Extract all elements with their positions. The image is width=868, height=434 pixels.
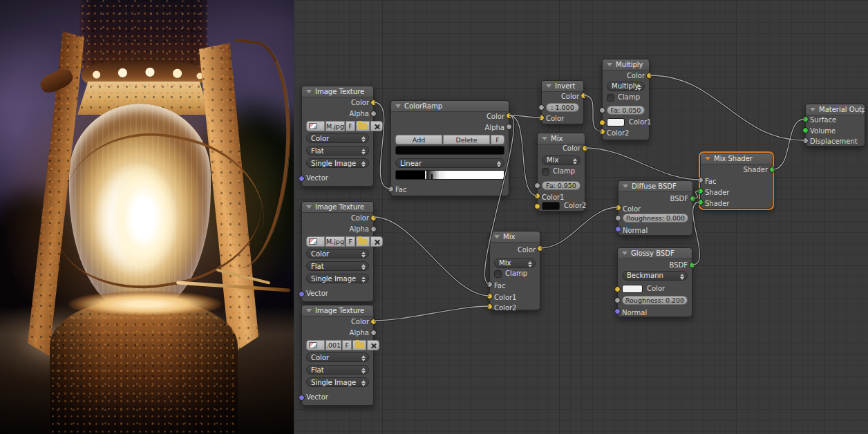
- input-socket-color[interactable]: [615, 205, 621, 211]
- input-socket-color[interactable]: [614, 286, 621, 292]
- node-diffuse-bsdf[interactable]: Diffuse BSDF BSDF Color Roughness: 0.000…: [618, 180, 693, 236]
- ramp-fake-user-button[interactable]: F: [491, 135, 504, 144]
- collapse-icon[interactable]: [607, 63, 612, 66]
- node-header[interactable]: Glossy BSDF: [618, 248, 692, 259]
- input-socket-surface[interactable]: [802, 116, 809, 122]
- collapse-icon[interactable]: [306, 205, 312, 209]
- collapse-icon[interactable]: [542, 137, 547, 140]
- node-image-texture-2[interactable]: Image Texture Color Alpha M.jpg F Color …: [301, 201, 374, 302]
- input-socket-color[interactable]: [538, 115, 545, 121]
- input-socket-color2[interactable]: [534, 203, 540, 209]
- image-name-field[interactable]: .001: [326, 340, 341, 350]
- ramp-add-button[interactable]: Add: [395, 135, 442, 144]
- input-socket-shader1[interactable]: [697, 188, 704, 194]
- node-header[interactable]: ColorRamp: [391, 101, 509, 112]
- node-image-texture-1[interactable]: Image Texture Color Alpha M.jpg F Color …: [301, 86, 374, 187]
- color-space-select[interactable]: Color: [306, 133, 369, 143]
- node-image-texture-3[interactable]: Image Texture Color Alpha .001 F Color F…: [301, 305, 374, 406]
- input-socket-color1[interactable]: [599, 120, 605, 126]
- collapse-icon[interactable]: [306, 90, 312, 93]
- open-image-button[interactable]: [356, 121, 370, 131]
- node-invert[interactable]: Invert Color : 1.000 Color: [541, 80, 584, 124]
- node-glossy-bsdf[interactable]: Glossy BSDF BSDF Beckmann Color Roughnes…: [617, 247, 692, 317]
- distribution-select[interactable]: Beckmann: [622, 271, 688, 281]
- projection-select[interactable]: Flat: [306, 261, 369, 271]
- ramp-stop-tick[interactable]: [431, 174, 433, 179]
- projection-select[interactable]: Flat: [306, 146, 369, 155]
- image-browse-button[interactable]: [306, 121, 325, 131]
- input-socket-normal[interactable]: [614, 308, 621, 314]
- node-mix-shader[interactable]: Mix Shader Shader Fac Shader Shader: [700, 153, 773, 209]
- unlink-image-button[interactable]: [370, 236, 383, 247]
- input-socket-roughness[interactable]: [615, 215, 621, 221]
- input-socket-fac[interactable]: [599, 107, 605, 113]
- fake-user-button[interactable]: F: [346, 121, 355, 131]
- output-socket-alpha[interactable]: [506, 124, 512, 130]
- ramp-stop-marker[interactable]: [425, 171, 426, 179]
- source-select[interactable]: Single Image: [306, 158, 369, 168]
- unlink-image-button[interactable]: [370, 121, 383, 131]
- input-socket-color1[interactable]: [534, 193, 540, 199]
- source-select[interactable]: Single Image: [306, 274, 369, 283]
- color-space-select[interactable]: Color: [306, 352, 369, 362]
- color-swatch[interactable]: [622, 285, 643, 293]
- output-socket-color[interactable]: [506, 113, 512, 119]
- node-material-output[interactable]: Material Output Surface Volume Displacem…: [805, 104, 865, 147]
- node-mix-top[interactable]: Mix Color Mix Clamp Fa: 0.950 Color1 Col…: [537, 133, 585, 211]
- open-image-button[interactable]: [356, 236, 370, 247]
- collapse-icon[interactable]: [494, 235, 500, 238]
- output-socket-color[interactable]: [370, 100, 377, 106]
- collapse-icon[interactable]: [810, 108, 815, 111]
- blend-type-select[interactable]: Mix: [494, 258, 536, 268]
- output-socket-alpha[interactable]: [370, 330, 377, 336]
- collapse-icon[interactable]: [622, 252, 628, 255]
- input-socket-color1[interactable]: [487, 293, 493, 299]
- node-editor-canvas[interactable]: [294, 0, 868, 434]
- output-socket-bsdf[interactable]: [690, 196, 696, 202]
- node-header[interactable]: Multiply: [603, 59, 649, 70]
- input-socket-vector[interactable]: [299, 176, 305, 182]
- roughness-slider[interactable]: Roughness: 0.000: [623, 214, 688, 223]
- input-socket-vector[interactable]: [299, 395, 305, 401]
- collapse-icon[interactable]: [623, 185, 628, 188]
- clamp-checkbox[interactable]: [542, 168, 549, 176]
- node-header[interactable]: Mix Shader: [701, 153, 772, 164]
- output-socket-color[interactable]: [370, 319, 377, 325]
- ramp-delete-button[interactable]: Delete: [443, 135, 490, 144]
- fac-slider[interactable]: Fa: 0.050: [607, 106, 645, 115]
- input-socket-fac[interactable]: [538, 104, 545, 111]
- ramp-active-color-swatch[interactable]: [395, 146, 504, 155]
- collapse-icon[interactable]: [306, 309, 312, 312]
- input-socket-fac[interactable]: [534, 182, 540, 189]
- node-header[interactable]: Mix: [538, 133, 585, 144]
- collapse-icon[interactable]: [546, 84, 551, 88]
- fac-slider[interactable]: : 1.000: [546, 103, 579, 112]
- output-socket-bsdf[interactable]: [689, 262, 695, 268]
- node-header[interactable]: Image Texture: [302, 86, 373, 97]
- source-select[interactable]: Single Image: [306, 377, 369, 387]
- collapse-icon[interactable]: [395, 104, 401, 108]
- clamp-checkbox[interactable]: [494, 270, 502, 278]
- input-socket-fac[interactable]: [697, 177, 704, 183]
- node-header[interactable]: Image Texture: [302, 305, 373, 317]
- input-socket-displacement[interactable]: [802, 138, 809, 144]
- input-socket-color2[interactable]: [599, 129, 605, 135]
- interpolation-select[interactable]: Linear: [395, 158, 504, 168]
- open-image-button[interactable]: [352, 340, 366, 350]
- node-header[interactable]: Mix: [490, 232, 540, 243]
- input-socket-fac[interactable]: [487, 281, 493, 287]
- fac-slider[interactable]: Fa: 0.950: [542, 181, 581, 190]
- output-socket-alpha[interactable]: [370, 226, 377, 232]
- image-browse-button[interactable]: [306, 236, 325, 247]
- node-header[interactable]: Material Output: [806, 104, 865, 115]
- image-name-field[interactable]: M.jpg: [326, 236, 345, 247]
- output-socket-color[interactable]: [581, 93, 587, 99]
- clamp-checkbox[interactable]: [607, 94, 614, 102]
- blend-type-select[interactable]: Multiply: [607, 82, 645, 91]
- image-browse-button[interactable]: [306, 340, 325, 350]
- projection-select[interactable]: Flat: [306, 365, 369, 375]
- output-socket-color[interactable]: [646, 73, 652, 79]
- roughness-slider[interactable]: Roughness: 0.200: [622, 296, 688, 305]
- input-socket-color2[interactable]: [487, 303, 493, 310]
- color1-swatch[interactable]: [607, 118, 625, 126]
